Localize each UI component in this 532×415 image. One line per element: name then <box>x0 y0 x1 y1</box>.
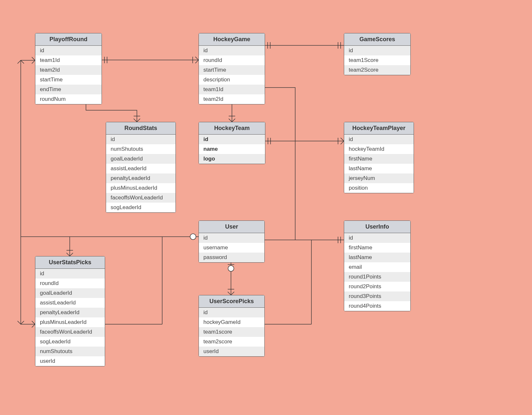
entity-round-stats: RoundStats idnumShutoutsgoalLeaderIdassi… <box>106 122 176 213</box>
entity-title: HockeyGame <box>199 33 265 46</box>
entity-field: assistLeaderId <box>35 298 105 308</box>
entity-title: UserInfo <box>344 221 410 233</box>
entity-field: id <box>344 46 410 55</box>
entity-user-stats-picks: UserStatsPicks idroundIdgoalLeaderIdassi… <box>35 256 105 366</box>
entity-field: team1Id <box>35 55 102 65</box>
entity-field: round1Points <box>344 272 410 282</box>
entity-field: firstName <box>344 154 414 164</box>
entity-field: penaltyLeaderId <box>106 173 175 183</box>
entity-field: team2Id <box>199 94 265 104</box>
entity-field: id <box>35 269 105 279</box>
entity-field: team2Id <box>35 65 102 75</box>
entity-field: numShutouts <box>106 144 175 154</box>
entity-field: id <box>344 233 410 243</box>
entity-field: password <box>199 253 264 262</box>
entity-field: jerseyNum <box>344 173 414 183</box>
entity-field: round3Points <box>344 291 410 301</box>
entity-field: round2Points <box>344 282 410 291</box>
entity-title: HockeyTeamPlayer <box>344 122 414 135</box>
entity-field: round4Points <box>344 301 410 311</box>
entity-title: RoundStats <box>106 122 175 135</box>
entity-field: goalLeaderId <box>35 288 105 298</box>
entity-title: UserStatsPicks <box>35 256 105 269</box>
entity-field: penaltyLeaderId <box>35 308 105 317</box>
entity-field: assistLeaderId <box>106 164 175 173</box>
entity-playoff-round: PlayoffRound idteam1Idteam2IdstartTimeen… <box>35 33 102 104</box>
entity-field: id <box>344 135 414 144</box>
entity-hockey-team: HockeyTeam idnamelogo <box>199 122 265 164</box>
entity-title: User <box>199 221 264 233</box>
entity-field: roundId <box>199 55 265 65</box>
entity-field: id <box>199 308 264 317</box>
entity-field: id <box>199 233 264 243</box>
entity-title: GameScores <box>344 33 410 46</box>
entity-field: username <box>199 243 264 253</box>
entity-field: name <box>199 144 265 154</box>
entity-hockey-team-player: HockeyTeamPlayer idhockeyTeamIdfirstName… <box>344 122 414 193</box>
entity-field: sogLeaderId <box>106 203 175 212</box>
entity-field: lastName <box>344 253 410 262</box>
entity-user-info: UserInfo idfirstNamelastNameemailround1P… <box>344 220 411 311</box>
entity-game-scores: GameScores idteam1Scoreteam2Score <box>344 33 411 75</box>
entity-field: endTime <box>35 85 102 94</box>
entity-field: faceoffsWonLeaderId <box>106 193 175 203</box>
entity-title: UserScorePicks <box>199 295 264 308</box>
entity-field: id <box>106 135 175 144</box>
entity-field: team2score <box>199 337 264 347</box>
entity-field: id <box>199 46 265 55</box>
entity-field: team1score <box>199 327 264 337</box>
entity-field: plusMinusLeaderId <box>35 317 105 327</box>
entity-field: id <box>199 135 265 144</box>
entity-field: team1Score <box>344 55 410 65</box>
entity-user: User idusernamepassword <box>199 220 265 263</box>
entity-field: roundNum <box>35 94 102 104</box>
entity-field: userId <box>35 356 105 366</box>
svg-point-24 <box>228 266 234 271</box>
entity-field: startTime <box>35 75 102 85</box>
entity-user-score-picks: UserScorePicks idhockeyGameIdteam1scoret… <box>199 295 265 357</box>
entity-field: sogLeaderId <box>35 337 105 347</box>
entity-field: startTime <box>199 65 265 75</box>
entity-field: description <box>199 75 265 85</box>
entity-title: PlayoffRound <box>35 33 102 46</box>
entity-field: goalLeaderId <box>106 154 175 164</box>
entity-field: team2Score <box>344 65 410 75</box>
entity-field: roundId <box>35 279 105 288</box>
entity-hockey-game: HockeyGame idroundIdstartTimedescription… <box>199 33 265 104</box>
entity-field: hockeyGameId <box>199 317 264 327</box>
entity-field: lastName <box>344 164 414 173</box>
entity-field: id <box>35 46 102 55</box>
entity-field: position <box>344 183 414 193</box>
entity-field: numShutouts <box>35 347 105 356</box>
svg-point-18 <box>190 234 196 240</box>
entity-title: HockeyTeam <box>199 122 265 135</box>
entity-field: userId <box>199 347 264 356</box>
entity-field: hockeyTeamId <box>344 144 414 154</box>
entity-field: faceoffsWonLeaderId <box>35 327 105 337</box>
entity-field: email <box>344 262 410 272</box>
entity-field: plusMinusLeaderId <box>106 183 175 193</box>
entity-field: team1Id <box>199 85 265 94</box>
entity-field: firstName <box>344 243 410 253</box>
entity-field: logo <box>199 154 265 164</box>
